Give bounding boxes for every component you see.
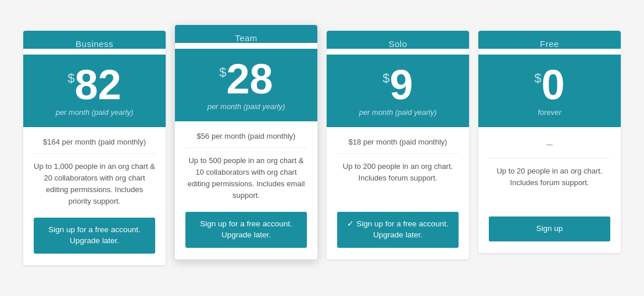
plan-card-business: Business $ 82 per month (paid yearly) $1… [23, 31, 166, 265]
plan-currency-solo: $ [382, 71, 389, 86]
plan-dash-free: – [489, 138, 610, 158]
plan-body-business: $164 per month (paid monthly) Up to 1,00… [23, 127, 166, 265]
plan-period-free: forever [484, 108, 615, 117]
plan-name-team: Team [181, 33, 312, 43]
plan-description-team: Up to 500 people in an org chart & 10 co… [185, 155, 307, 202]
plan-currency-free: $ [534, 71, 541, 86]
plan-card-free: Free $ 0 forever – Up to 20 people in an… [478, 31, 621, 253]
plan-description-business: Up to 1,000 people in an org chart & 20 … [34, 161, 155, 208]
plan-cta-solo[interactable]: Sign up for a free account.Upgrade later… [337, 212, 459, 248]
plan-header-team: Team [175, 25, 317, 43]
plan-body-free: – Up to 20 people in an org chart. Inclu… [478, 127, 621, 253]
plan-period-team: per month (paid yearly) [181, 102, 312, 111]
plan-header-free: Free [478, 31, 621, 49]
plan-price-row-business: $ 82 [29, 64, 160, 106]
plan-price-row-team: $ 28 [181, 58, 312, 100]
plan-cta-business[interactable]: Sign up for a free account.Upgrade later… [34, 218, 155, 254]
plan-name-business: Business [29, 39, 160, 49]
plan-cta-free[interactable]: Sign up [489, 216, 610, 241]
plan-price-row-free: $ 0 [484, 64, 615, 106]
plan-monthly-business: $164 per month (paid monthly) [34, 138, 155, 154]
plan-amount-solo: 9 [390, 64, 413, 106]
plan-period-business: per month (paid yearly) [29, 108, 160, 117]
plan-amount-team: 28 [227, 58, 273, 100]
plan-price-area-business: $ 82 per month (paid yearly) [23, 55, 166, 127]
plan-monthly-solo: $18 per month (paid monthly) [337, 138, 459, 154]
pricing-container: Business $ 82 per month (paid yearly) $1… [9, 17, 635, 279]
plan-header-solo: Solo [327, 31, 469, 49]
plan-monthly-team: $56 per month (paid monthly) [185, 132, 307, 148]
plan-description-solo: Up to 200 people in an org chart. Includ… [337, 161, 459, 201]
plan-card-team: Team $ 28 per month (paid yearly) $56 pe… [175, 25, 317, 259]
plan-currency-team: $ [219, 65, 226, 80]
plan-price-row-solo: $ 9 [332, 64, 463, 106]
plan-price-area-solo: $ 9 per month (paid yearly) [327, 55, 469, 127]
plan-description-free: Up to 20 people in an org chart. Include… [489, 165, 610, 206]
plan-body-solo: $18 per month (paid monthly) Up to 200 p… [327, 127, 469, 259]
plan-amount-free: 0 [542, 64, 565, 106]
plan-name-free: Free [484, 39, 615, 49]
plan-period-solo: per month (paid yearly) [332, 108, 463, 117]
plan-price-area-free: $ 0 forever [478, 55, 621, 127]
plan-header-business: Business [23, 31, 166, 49]
plan-currency-business: $ [67, 71, 74, 86]
plan-name-solo: Solo [332, 39, 463, 49]
plan-body-team: $56 per month (paid monthly) Up to 500 p… [175, 121, 317, 259]
plan-amount-business: 82 [75, 64, 121, 106]
plan-price-area-team: $ 28 per month (paid yearly) [175, 49, 317, 121]
plan-card-solo: Solo $ 9 per month (paid yearly) $18 per… [327, 31, 469, 259]
plan-cta-team[interactable]: Sign up for a free account.Upgrade later… [185, 212, 307, 248]
